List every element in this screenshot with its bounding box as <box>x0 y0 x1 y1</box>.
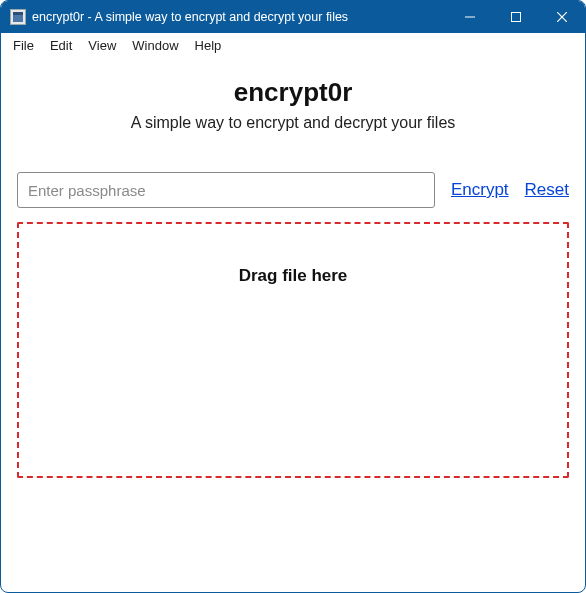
close-button[interactable] <box>539 1 585 33</box>
titlebar[interactable]: encrypt0r - A simple way to encrypt and … <box>1 1 585 33</box>
passphrase-input[interactable] <box>17 172 435 208</box>
encrypt-button[interactable]: Encrypt <box>451 180 509 200</box>
close-icon <box>557 12 567 22</box>
menubar: File Edit View Window Help <box>1 33 585 57</box>
page-subtitle: A simple way to encrypt and decrypt your… <box>17 114 569 132</box>
maximize-button[interactable] <box>493 1 539 33</box>
app-icon <box>10 9 26 25</box>
menu-edit[interactable]: Edit <box>42 36 80 55</box>
menu-view[interactable]: View <box>80 36 124 55</box>
content-area: encrypt0r A simple way to encrypt and de… <box>1 57 585 592</box>
svg-rect-2 <box>13 12 23 15</box>
svg-rect-4 <box>512 13 521 22</box>
maximize-icon <box>511 12 521 22</box>
reset-button[interactable]: Reset <box>525 180 569 200</box>
dropzone-label: Drag file here <box>239 266 348 476</box>
file-dropzone[interactable]: Drag file here <box>17 222 569 478</box>
minimize-icon <box>465 12 475 22</box>
app-window: encrypt0r - A simple way to encrypt and … <box>0 0 586 593</box>
menu-help[interactable]: Help <box>187 36 230 55</box>
minimize-button[interactable] <box>447 1 493 33</box>
page-title: encrypt0r <box>17 77 569 108</box>
passphrase-row: Encrypt Reset <box>17 172 569 208</box>
menu-file[interactable]: File <box>5 36 42 55</box>
window-title: encrypt0r - A simple way to encrypt and … <box>32 10 348 24</box>
menu-window[interactable]: Window <box>124 36 186 55</box>
window-controls <box>447 1 585 33</box>
